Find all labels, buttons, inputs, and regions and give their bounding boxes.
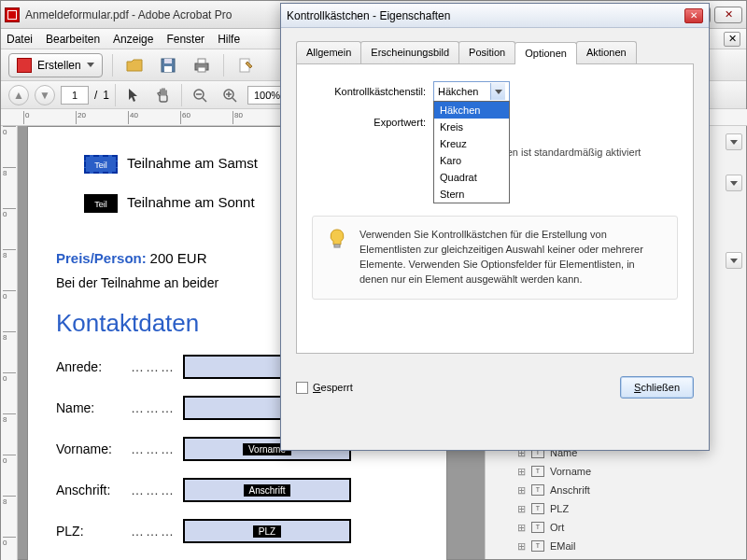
svg-rect-5 (198, 67, 205, 72)
style-option[interactable]: Kreuz (434, 135, 509, 152)
svg-rect-2 (164, 66, 172, 72)
field-label: Name: (56, 400, 131, 415)
text-field[interactable]: PLZ (183, 519, 351, 543)
field-name: Anschrift (550, 484, 590, 496)
tab-allgemein[interactable]: Allgemein (296, 41, 361, 63)
checkbox-field[interactable]: Teil (84, 194, 118, 213)
dialog-titlebar[interactable]: Kontrollkästchen - Eigenschaften ✕ (281, 4, 709, 28)
menu-view[interactable]: Anzeige (113, 33, 153, 46)
field-name: PLZ (550, 503, 569, 514)
panel-toggle-3[interactable] (726, 252, 742, 269)
separator (112, 54, 113, 77)
textfield-icon: T (531, 540, 544, 552)
page-total: 1 (103, 89, 109, 102)
properties-dialog: Kontrollkästchen - Eigenschaften ✕ Allge… (280, 3, 710, 451)
style-combo[interactable]: Häkchen HäkchenKreisKreuzKaroQuadratSter… (433, 81, 510, 102)
field-name: Vorname (550, 466, 591, 477)
field-tree-item[interactable]: ⊞TAnschrift (493, 481, 739, 499)
field-label: Vorname: (56, 441, 131, 456)
field-label: PLZ: (56, 524, 131, 539)
default-activated-text: tchen ist standardmäßig aktiviert (493, 147, 641, 158)
style-option[interactable]: Karo (434, 152, 509, 169)
field-name: EMail (550, 540, 576, 552)
ruler-vertical: 08080808080 (1, 126, 18, 560)
style-value: Häkchen (438, 86, 478, 97)
field-tree-item[interactable]: ⊞TPLZ (493, 499, 739, 518)
checkbox-label-2: Teilnahme am Sonnt (127, 194, 255, 210)
page-separator: / (94, 89, 97, 102)
edit-icon[interactable] (233, 53, 258, 77)
menu-help[interactable]: Hilfe (218, 33, 240, 46)
dialog-footer: Gesperrt Schließen (281, 367, 709, 408)
textfield-icon: T (531, 503, 544, 514)
separator (115, 84, 116, 106)
locked-label: Gesperrt (313, 382, 353, 393)
dropdown-arrow-icon (490, 83, 505, 100)
acrobat-icon (5, 7, 20, 22)
dialog-title: Kontrollkästchen - Eigenschaften (287, 9, 684, 22)
dialog-tabs: AllgemeinErscheinungsbildPositionOptione… (296, 41, 694, 64)
style-dropdown-list: HäkchenKreisKreuzKaroQuadratStern (433, 101, 510, 203)
field-label: Anschrift: (56, 483, 131, 497)
style-label: Kontrollkästchenstil: (312, 86, 433, 97)
field-name: Ort (550, 522, 564, 533)
textfield-icon: T (531, 484, 544, 496)
separator (223, 54, 224, 77)
svg-line-11 (233, 98, 236, 102)
style-option[interactable]: Stern (434, 186, 509, 203)
hint-text: Verwenden Sie Kontrollkästchen für die E… (359, 228, 664, 287)
select-tool-icon[interactable] (121, 83, 146, 107)
menu-window[interactable]: Fenster (166, 33, 204, 46)
hand-tool-icon[interactable] (151, 83, 176, 107)
price-label: Preis/Person: (56, 250, 147, 266)
separator (181, 84, 182, 106)
field-tag: PLZ (253, 525, 281, 538)
svg-rect-4 (198, 59, 205, 63)
form-row: PLZ:………PLZ (56, 519, 418, 543)
field-label: Anrede: (56, 359, 131, 374)
svg-rect-14 (334, 245, 340, 247)
tab-position[interactable]: Position (458, 41, 515, 63)
close-button[interactable]: ✕ (714, 7, 742, 23)
page-up-button[interactable]: ▲ (8, 85, 29, 105)
tab-aktionen[interactable]: Aktionen (576, 41, 637, 63)
open-icon[interactable] (122, 53, 147, 77)
doc-close-button[interactable]: ✕ (724, 32, 740, 47)
dialog-close-icon[interactable]: ✕ (684, 8, 703, 23)
style-option[interactable]: Kreis (434, 119, 509, 135)
menu-file[interactable]: Datei (7, 33, 33, 46)
zoom-out-icon[interactable] (188, 83, 212, 107)
tab-panel-options: Kontrollkästchenstil: Häkchen HäkchenKre… (296, 64, 694, 354)
tab-optionen[interactable]: Optionen (514, 42, 577, 64)
dropdown-icon (87, 63, 94, 67)
field-tree-item[interactable]: ⊞TOrt (493, 518, 739, 537)
field-tree-item[interactable]: ⊞TVorname (493, 462, 739, 481)
create-icon (17, 58, 32, 73)
panel-toggle-1[interactable] (726, 133, 742, 150)
style-option[interactable]: Häkchen (434, 102, 509, 119)
close-button[interactable]: Schließen (620, 376, 694, 399)
tab-erscheinungsbild[interactable]: Erscheinungsbild (360, 41, 459, 63)
zoom-in-icon[interactable] (218, 83, 242, 107)
lightbulb-icon (326, 228, 348, 250)
locked-checkbox[interactable] (296, 382, 308, 394)
checkbox-label-1: Teilnahme am Samst (127, 155, 258, 171)
field-tag: Anschrift (244, 484, 291, 497)
panel-toggle-2[interactable] (726, 175, 742, 191)
create-button[interactable]: Erstellen (8, 53, 103, 77)
textfield-icon: T (531, 522, 544, 533)
field-tree-item[interactable]: ⊞TEMail (493, 537, 739, 555)
text-field[interactable]: Anschrift (183, 478, 351, 502)
print-icon[interactable] (190, 53, 214, 77)
hint-box: Verwenden Sie Kontrollkästchen für die E… (312, 216, 678, 300)
save-icon[interactable] (156, 53, 180, 77)
textfield-icon: T (531, 466, 544, 477)
export-label: Exportwert: (312, 117, 433, 128)
style-option[interactable]: Quadrat (434, 169, 509, 186)
page-down-button[interactable]: ▼ (35, 85, 55, 105)
svg-line-8 (203, 98, 206, 102)
checkbox-field-selected[interactable]: Teil (84, 155, 118, 174)
svg-rect-1 (164, 59, 172, 63)
menu-edit[interactable]: Bearbeiten (46, 33, 100, 46)
page-number-input[interactable]: 1 (61, 86, 89, 105)
